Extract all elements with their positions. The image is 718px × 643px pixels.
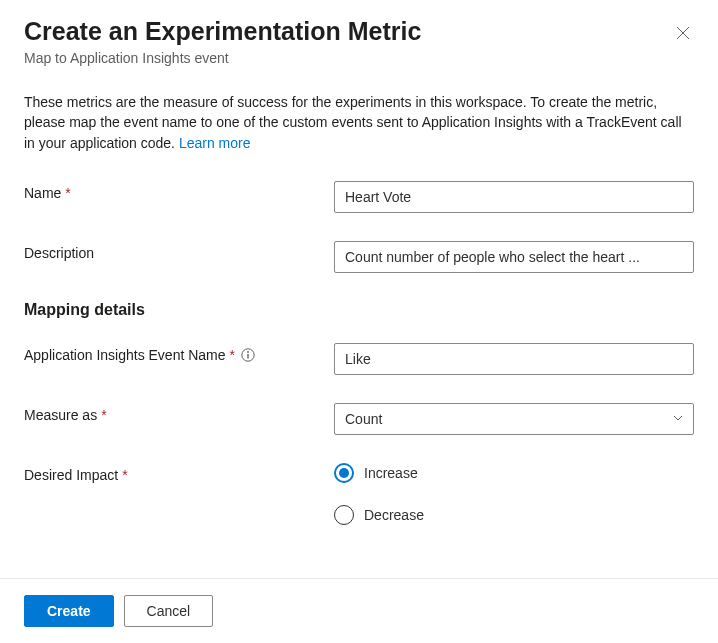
required-indicator: * [230, 347, 235, 363]
required-indicator: * [122, 467, 127, 483]
required-indicator: * [101, 407, 106, 423]
measure-as-select[interactable]: Count [334, 403, 694, 435]
radio-decrease-label: Decrease [364, 507, 424, 523]
desired-impact-label: Desired Impact* [24, 463, 334, 483]
measure-as-label: Measure as* [24, 403, 334, 423]
required-indicator: * [65, 185, 70, 201]
intro-text: These metrics are the measure of success… [24, 92, 694, 153]
learn-more-link[interactable]: Learn more [179, 135, 251, 151]
svg-point-1 [247, 351, 249, 353]
event-name-input[interactable] [334, 343, 694, 375]
name-label: Name* [24, 181, 334, 201]
info-icon[interactable] [241, 348, 255, 362]
description-label: Description [24, 241, 334, 261]
close-icon [676, 28, 690, 43]
page-title: Create an Experimentation Metric [24, 16, 421, 46]
event-name-label: Application Insights Event Name* [24, 343, 334, 363]
page-subtitle: Map to Application Insights event [24, 50, 421, 66]
name-input[interactable] [334, 181, 694, 213]
cancel-button[interactable]: Cancel [124, 595, 214, 627]
description-input[interactable] [334, 241, 694, 273]
radio-increase-label: Increase [364, 465, 418, 481]
close-button[interactable] [672, 22, 694, 47]
radio-increase[interactable]: Increase [334, 463, 694, 483]
mapping-section-title: Mapping details [24, 301, 694, 319]
radio-decrease[interactable]: Decrease [334, 505, 694, 525]
radio-unchecked-icon [334, 505, 354, 525]
desired-impact-radiogroup: Increase Decrease [334, 463, 694, 525]
radio-checked-icon [334, 463, 354, 483]
svg-rect-2 [247, 354, 248, 359]
create-button[interactable]: Create [24, 595, 114, 627]
dialog-footer: Create Cancel [0, 578, 718, 643]
